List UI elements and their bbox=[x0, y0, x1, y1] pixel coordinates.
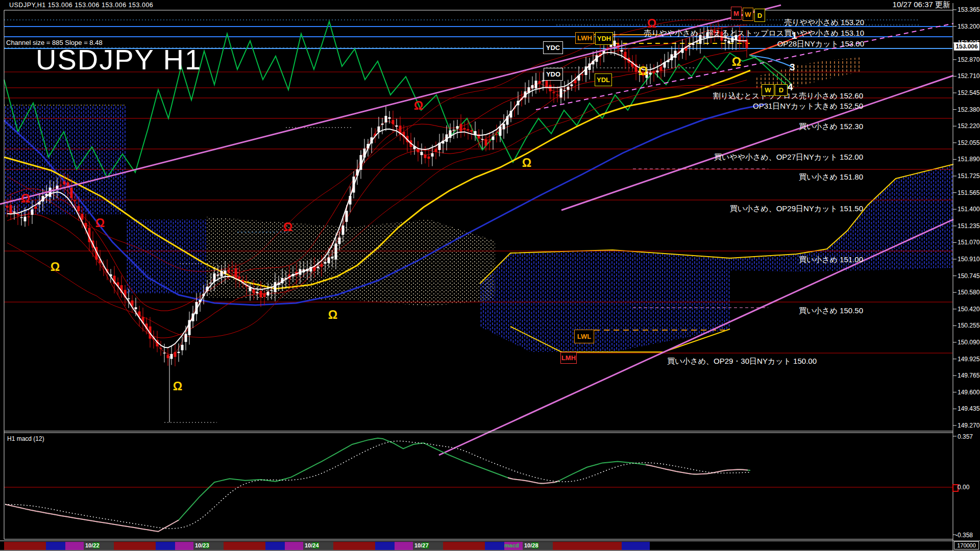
session-segment bbox=[175, 542, 193, 550]
macd-line-pink bbox=[646, 465, 748, 474]
signal-marker-icon: Ω bbox=[19, 192, 32, 206]
corner-scale-box: 170000 bbox=[954, 541, 979, 549]
date-label: 10/28 bbox=[524, 542, 538, 548]
signal-marker-icon: Ω bbox=[281, 220, 295, 234]
title-bar: USDJPY,H1 153.006 153.006 153.006 153.00… bbox=[0, 0, 980, 10]
level-label-ydo[interactable]: YDO bbox=[544, 68, 563, 81]
date-label: 10/23 bbox=[195, 542, 209, 548]
price-axis-label: 152.870 bbox=[958, 56, 979, 63]
macd-axis-max: 0.357 bbox=[958, 433, 973, 440]
order-annotation: OP31日NYカット大きめ 152.50 bbox=[753, 102, 863, 111]
level-label-ydh[interactable]: YDH bbox=[595, 32, 613, 45]
wave-number-4: 4 bbox=[788, 82, 793, 93]
signal-marker-icon: Ω bbox=[645, 17, 658, 31]
level-label-lmh[interactable]: LMH bbox=[560, 352, 577, 364]
signal-marker-icon: Ω bbox=[48, 260, 62, 274]
level-label-d[interactable]: D bbox=[754, 9, 765, 22]
level-label-m[interactable]: M bbox=[731, 7, 742, 20]
symbol-watermark: USDJPY H1 bbox=[36, 43, 202, 76]
price-axis-label: 151.890 bbox=[958, 156, 979, 163]
session-segment bbox=[4, 542, 46, 550]
order-annotation: 買いやや小さめ、OP27日NYカット 152.00 bbox=[714, 153, 863, 162]
level-label-w[interactable]: W bbox=[743, 8, 753, 21]
price-axis-label: 149.270 bbox=[958, 422, 979, 429]
price-axis-label: 153.035 bbox=[958, 39, 979, 46]
signal-marker-icon: Ω bbox=[730, 55, 743, 69]
symbol-ohlc-readout: USDJPY,H1 153.006 153.006 153.006 153.00… bbox=[9, 0, 153, 10]
session-segment bbox=[375, 542, 395, 550]
level-label-ydc[interactable]: YDC bbox=[543, 41, 563, 54]
price-axis-label: 151.070 bbox=[958, 239, 979, 246]
session-segment bbox=[265, 542, 285, 550]
price-axis-label: 149.925 bbox=[958, 356, 979, 363]
macd-indicator-label: H1 macd (12) bbox=[7, 435, 44, 442]
signal-marker-icon: Ω bbox=[520, 156, 533, 170]
price-axis-label: 150.420 bbox=[958, 306, 979, 313]
session-segment bbox=[622, 542, 650, 550]
session-segment bbox=[114, 542, 156, 550]
price-axis-label: 152.545 bbox=[958, 89, 979, 96]
level-label-lwl[interactable]: LWL bbox=[574, 330, 594, 343]
price-axis-label: 151.235 bbox=[958, 222, 979, 230]
date-label: 10/22 bbox=[85, 542, 100, 548]
signal-marker-icon: Ω bbox=[93, 216, 107, 230]
order-annotation: 売りやや小さめ・超えるとストップロス買いやや小さめ 153.10 bbox=[644, 29, 864, 38]
price-axis-label: 149.435 bbox=[958, 405, 979, 412]
price-axis-label: 152.055 bbox=[958, 139, 979, 146]
order-annotation: OP28日NYカット 153.00 bbox=[777, 39, 864, 49]
order-annotation: 買い小さめ 150.50 bbox=[799, 306, 863, 316]
date-label: 10/24 bbox=[305, 542, 319, 548]
macd-axis-zero: 0.00 bbox=[958, 484, 969, 491]
price-axis-label: 151.725 bbox=[958, 172, 979, 180]
chart-canvas[interactable] bbox=[0, 0, 980, 551]
price-axis-label: 150.745 bbox=[958, 272, 979, 280]
session-segment bbox=[395, 542, 413, 550]
channel-info-label: Channel size = 885 Slope = 8.48 bbox=[6, 39, 103, 46]
order-annotation: 売りやや小さめ 153.20 bbox=[784, 18, 864, 28]
session-segment bbox=[224, 542, 265, 550]
order-annotation: 買い小さめ 151.00 bbox=[799, 255, 863, 265]
ichimoku-cloud bbox=[350, 219, 495, 306]
mt4-chart-window: USDJPY,H1 153.006 153.006 153.006 153.00… bbox=[0, 0, 980, 551]
price-axis-label: 150.910 bbox=[958, 256, 979, 263]
signal-marker-icon: Ω bbox=[636, 64, 650, 78]
macd-line-pink bbox=[508, 478, 559, 483]
price-axis-label: 149.765 bbox=[958, 372, 979, 379]
price-axis-label: 150.580 bbox=[958, 289, 979, 296]
ichimoku-cloud bbox=[127, 219, 206, 293]
macd-axis-min: -0.358 bbox=[955, 532, 973, 539]
level-label-d[interactable]: D bbox=[775, 84, 788, 96]
session-segment bbox=[156, 542, 175, 550]
wave-number-3: 3 bbox=[790, 62, 795, 73]
order-annotation: 買い小さめ 152.30 bbox=[799, 122, 863, 132]
price-axis-label: 151.400 bbox=[958, 206, 979, 213]
macd-signal-line bbox=[5, 441, 750, 529]
ichimoku-cloud bbox=[480, 250, 730, 352]
price-axis-label: 151.565 bbox=[958, 189, 979, 196]
signal-marker-icon: Ω bbox=[412, 99, 425, 113]
price-axis-label: 152.220 bbox=[958, 122, 979, 130]
session-segment bbox=[333, 542, 375, 550]
signal-marker-icon: Ω bbox=[326, 308, 339, 322]
session-segment bbox=[485, 542, 504, 550]
update-timestamp: 10/27 06:37 更新 bbox=[893, 0, 950, 10]
level-label-ydl[interactable]: YDL bbox=[595, 73, 612, 86]
session-segment bbox=[553, 542, 622, 550]
wave-number-1: 1 bbox=[792, 30, 797, 41]
date-label: 10/27 bbox=[414, 542, 429, 548]
macd-line-pink bbox=[5, 505, 179, 532]
session-segment bbox=[285, 542, 303, 550]
price-axis-label: 149.600 bbox=[958, 389, 979, 396]
session-segment bbox=[443, 542, 485, 550]
price-axis-label: 150.255 bbox=[958, 322, 979, 329]
macd-line bbox=[5, 438, 750, 532]
price-axis-label: 152.710 bbox=[958, 72, 979, 80]
session-segment bbox=[65, 542, 84, 550]
order-annotation: 買い小さめ、OP29・30日NYカット 150.00 bbox=[667, 357, 817, 366]
level-label-lwh[interactable]: LWH bbox=[575, 32, 594, 44]
price-axis-label: 150.090 bbox=[958, 339, 979, 346]
timeline-macd-tag: macd bbox=[504, 542, 519, 548]
level-label-w[interactable]: W bbox=[762, 84, 774, 96]
price-axis-label: 152.380 bbox=[958, 106, 979, 113]
signal-marker-icon: Ω bbox=[171, 380, 184, 393]
